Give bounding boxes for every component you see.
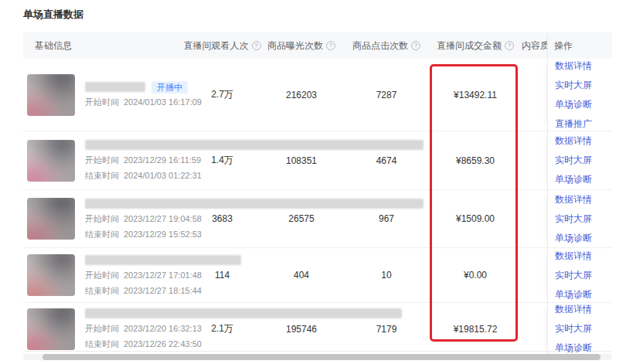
column-header-actions: 操作 xyxy=(547,32,612,59)
column-header-quality: 内容质量 xyxy=(522,39,547,53)
action-link-数据详情[interactable]: 数据详情 xyxy=(555,193,612,206)
column-header-label: 商品曝光次数 xyxy=(267,39,323,53)
table-row: 开播中 开始时间2024/01/03 16:17:09 2.7万 216203 … xyxy=(23,59,612,131)
info-circle-icon[interactable]: ? xyxy=(411,41,420,50)
action-link-数据详情[interactable]: 数据详情 xyxy=(555,303,612,316)
gmv-amount: ¥1509.00 xyxy=(429,213,522,224)
table-header-row: 基础信息直播间观看人次?商品曝光次数?商品点击次数?直播间成交金额?内容质量操作 xyxy=(23,32,612,59)
table-row: 开始时间2023/12/29 16:11:59 结束时间2024/01/03 0… xyxy=(23,131,612,190)
live-data-page: 单场直播数据 基础信息直播间观看人次?商品曝光次数?商品点击次数?直播间成交金额… xyxy=(0,0,626,364)
product-exposure-count: 404 xyxy=(259,270,344,281)
session-thumbnail xyxy=(27,140,75,182)
actions-cell: 数据详情实时大屏单场诊断 xyxy=(547,248,612,302)
gmv-amount: ¥0.00 xyxy=(429,270,522,281)
action-link-数据详情[interactable]: 数据详情 xyxy=(555,134,612,148)
blurred-thumbnail-image xyxy=(27,308,75,350)
gmv-amount: ¥8659.30 xyxy=(429,155,522,166)
product-click-count: 967 xyxy=(344,213,429,224)
end-time-value: 2023/12/26 22:43:50 xyxy=(124,339,202,349)
column-header-label: 商品点击次数 xyxy=(352,39,408,53)
blurred-thumbnail-image xyxy=(27,140,75,182)
column-header-exposures: 商品曝光次数? xyxy=(259,39,344,53)
end-time: 结束时间2023/12/29 15:52:53 xyxy=(85,229,424,240)
table-row: 开始时间2023/12/20 16:32:13 结束时间2023/12/26 2… xyxy=(23,303,612,352)
end-time-label: 结束时间 xyxy=(85,171,119,180)
table-row: 开始时间2023/12/27 19:04:58 结束时间2023/12/29 1… xyxy=(23,190,612,248)
action-link-实时大屏[interactable]: 实时大屏 xyxy=(555,213,612,226)
start-time-label: 开始时间 xyxy=(85,155,119,165)
session-thumbnail xyxy=(27,254,75,296)
actions-cell: 数据详情实时大屏单场诊断直播推广 xyxy=(547,59,612,131)
action-link-单场诊断[interactable]: 单场诊断 xyxy=(555,232,612,245)
end-time: 结束时间2023/12/26 22:43:50 xyxy=(85,338,402,350)
redacted-session-title xyxy=(85,82,145,92)
action-link-单场诊断[interactable]: 单场诊断 xyxy=(555,98,612,111)
end-time-label: 结束时间 xyxy=(85,230,119,239)
end-time: 结束时间2023/12/27 18:15:44 xyxy=(85,285,241,297)
session-thumbnail xyxy=(27,308,75,350)
action-link-数据详情[interactable]: 数据详情 xyxy=(555,60,612,73)
product-exposure-count: 195746 xyxy=(259,324,344,335)
column-header-info: 基础信息 xyxy=(23,39,185,53)
column-header-label: 直播间观看人次 xyxy=(184,39,249,53)
session-basic-info-cell: 开始时间2023/12/27 17:01:48 结束时间2023/12/27 1… xyxy=(23,248,185,302)
action-link-直播推广[interactable]: 直播推广 xyxy=(555,117,612,131)
start-time-label: 开始时间 xyxy=(85,270,119,280)
action-link-单场诊断[interactable]: 单场诊断 xyxy=(555,288,612,301)
column-header-label: 操作 xyxy=(554,39,573,53)
action-link-实时大屏[interactable]: 实时大屏 xyxy=(555,269,612,282)
redacted-session-title xyxy=(85,255,241,265)
action-link-单场诊断[interactable]: 单场诊断 xyxy=(555,342,612,355)
redacted-session-title xyxy=(85,199,424,209)
end-time-value: 2024/01/03 01:22:31 xyxy=(124,171,202,180)
product-exposure-count: 216203 xyxy=(259,90,344,100)
start-time-label: 开始时间 xyxy=(85,324,119,333)
gmv-amount: ¥13492.11 xyxy=(429,90,522,100)
end-time: 结束时间2024/01/03 01:22:31 xyxy=(85,170,424,182)
actions-cell: 数据详情实时大屏单场诊断 xyxy=(547,190,612,247)
page-title: 单场直播数据 xyxy=(23,8,83,22)
start-time: 开始时间2024/01/03 16:17:09 xyxy=(85,97,202,108)
blurred-thumbnail-image xyxy=(27,74,75,116)
redacted-session-title xyxy=(85,140,424,150)
column-header-label: 内容质量 xyxy=(522,39,547,53)
column-header-viewers: 直播间观看人次? xyxy=(185,39,259,53)
product-click-count: 7179 xyxy=(344,324,429,335)
live-sessions-table: 基础信息直播间观看人次?商品曝光次数?商品点击次数?直播间成交金额?内容质量操作… xyxy=(23,32,612,352)
session-basic-info-cell: 开播中 开始时间2024/01/03 16:17:09 xyxy=(23,59,185,131)
table-body: 开播中 开始时间2024/01/03 16:17:09 2.7万 216203 … xyxy=(23,59,612,352)
action-link-实时大屏[interactable]: 实时大屏 xyxy=(555,322,612,335)
actions-cell: 数据详情实时大屏单场诊断 xyxy=(547,131,612,189)
end-time-value: 2023/12/27 18:15:44 xyxy=(124,286,202,295)
product-exposure-count: 26575 xyxy=(259,213,344,224)
column-header-label: 基础信息 xyxy=(35,39,72,53)
live-status-badge: 开播中 xyxy=(151,81,188,94)
end-time-label: 结束时间 xyxy=(85,286,119,295)
viewers-count: 3683 xyxy=(185,213,259,224)
action-link-单场诊断[interactable]: 单场诊断 xyxy=(555,173,612,186)
info-circle-icon[interactable]: ? xyxy=(505,41,514,50)
info-circle-icon[interactable]: ? xyxy=(326,41,335,50)
start-time-label: 开始时间 xyxy=(85,97,119,107)
column-header-clicks: 商品点击次数? xyxy=(344,39,429,53)
action-link-实时大屏[interactable]: 实时大屏 xyxy=(555,154,612,167)
product-click-count: 7287 xyxy=(344,90,429,100)
viewers-count: 1.4万 xyxy=(185,154,259,167)
end-time-value: 2023/12/29 15:52:53 xyxy=(124,230,202,239)
horizontal-scrollbar-thumb[interactable] xyxy=(43,354,600,360)
session-basic-info-cell: 开始时间2023/12/27 19:04:58 结束时间2023/12/29 1… xyxy=(23,190,185,247)
action-link-数据详情[interactable]: 数据详情 xyxy=(555,250,612,263)
session-meta: 开播中 开始时间2024/01/03 16:17:09 xyxy=(85,81,202,108)
column-header-label: 直播间成交金额 xyxy=(437,39,502,53)
actions-cell: 数据详情实时大屏单场诊断 xyxy=(547,303,612,355)
session-thumbnail xyxy=(27,198,75,240)
blurred-thumbnail-image xyxy=(27,254,75,296)
redacted-session-title xyxy=(85,308,402,318)
product-click-count: 10 xyxy=(344,270,429,281)
action-link-实时大屏[interactable]: 实时大屏 xyxy=(555,79,612,92)
product-exposure-count: 108351 xyxy=(259,155,344,166)
column-header-gmv: 直播间成交金额? xyxy=(429,39,522,53)
end-time-label: 结束时间 xyxy=(85,339,119,349)
blurred-thumbnail-image xyxy=(27,198,75,240)
horizontal-scrollbar[interactable] xyxy=(23,354,612,360)
